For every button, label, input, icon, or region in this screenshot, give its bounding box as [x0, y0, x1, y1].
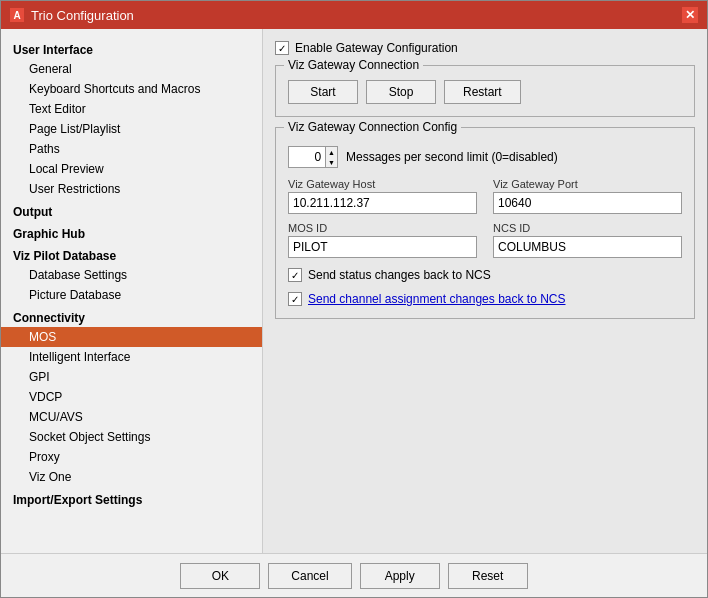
mos-id-label: MOS ID: [288, 222, 477, 234]
apply-button[interactable]: Apply: [360, 563, 440, 589]
sidebar-section-viz-pilot-database: Viz Pilot Database: [1, 243, 262, 265]
sidebar: User Interface General Keyboard Shortcut…: [1, 29, 263, 553]
enable-gateway-checkbox[interactable]: [275, 41, 289, 55]
main-panel: Enable Gateway Configuration Viz Gateway…: [263, 29, 707, 553]
app-icon: A: [9, 7, 25, 23]
mos-id-field-group: MOS ID: [288, 222, 477, 258]
sidebar-item-gpi[interactable]: GPI: [1, 367, 262, 387]
send-status-row: Send status changes back to NCS: [288, 268, 682, 282]
sidebar-item-vdcp[interactable]: VDCP: [1, 387, 262, 407]
sidebar-item-viz-one[interactable]: Viz One: [1, 467, 262, 487]
send-status-checkbox[interactable]: [288, 268, 302, 282]
start-button[interactable]: Start: [288, 80, 358, 104]
sidebar-section-connectivity: Connectivity: [1, 305, 262, 327]
sidebar-item-keyboard-shortcuts[interactable]: Keyboard Shortcuts and Macros: [1, 79, 262, 99]
stop-button[interactable]: Stop: [366, 80, 436, 104]
sidebar-item-mcu-avs[interactable]: MCU/AVS: [1, 407, 262, 427]
spinbox-arrows: ▲ ▼: [325, 147, 337, 167]
gateway-buttons: Start Stop Restart: [288, 80, 682, 104]
enable-gateway-row: Enable Gateway Configuration: [275, 41, 695, 55]
restart-button[interactable]: Restart: [444, 80, 521, 104]
window-title: Trio Configuration: [31, 8, 134, 23]
close-button[interactable]: ✕: [681, 6, 699, 24]
cancel-button[interactable]: Cancel: [268, 563, 351, 589]
sidebar-section-graphic-hub: Graphic Hub: [1, 221, 262, 243]
mos-id-input[interactable]: [288, 236, 477, 258]
gateway-connection-group: Viz Gateway Connection Start Stop Restar…: [275, 65, 695, 117]
bottom-bar: OK Cancel Apply Reset: [1, 553, 707, 597]
main-window: A Trio Configuration ✕ User Interface Ge…: [0, 0, 708, 598]
sidebar-section-output: Output: [1, 199, 262, 221]
ncs-id-label: NCS ID: [493, 222, 682, 234]
messages-row: 0 ▲ ▼ Messages per second limit (0=disab…: [288, 146, 682, 168]
title-bar: A Trio Configuration ✕: [1, 1, 707, 29]
content-area: User Interface General Keyboard Shortcut…: [1, 29, 707, 553]
port-field-group: Viz Gateway Port: [493, 178, 682, 214]
sidebar-item-mos[interactable]: MOS: [1, 327, 262, 347]
sidebar-item-paths[interactable]: Paths: [1, 139, 262, 159]
sidebar-item-general[interactable]: General: [1, 59, 262, 79]
ncs-id-field-group: NCS ID: [493, 222, 682, 258]
sidebar-section-import-export: Import/Export Settings: [1, 487, 262, 509]
fields-grid: Viz Gateway Host Viz Gateway Port MOS ID…: [288, 178, 682, 258]
messages-value: 0: [289, 148, 325, 166]
gateway-connection-title: Viz Gateway Connection: [284, 58, 423, 72]
title-bar-left: A Trio Configuration: [9, 7, 134, 23]
send-channel-label[interactable]: Send channel assignment changes back to …: [308, 292, 566, 306]
enable-gateway-label: Enable Gateway Configuration: [295, 41, 458, 55]
host-input[interactable]: [288, 192, 477, 214]
host-field-group: Viz Gateway Host: [288, 178, 477, 214]
messages-label: Messages per second limit (0=disabled): [346, 150, 558, 164]
port-label: Viz Gateway Port: [493, 178, 682, 190]
port-input[interactable]: [493, 192, 682, 214]
send-channel-row: Send channel assignment changes back to …: [288, 292, 682, 306]
ok-button[interactable]: OK: [180, 563, 260, 589]
spinbox-up-arrow[interactable]: ▲: [326, 147, 337, 157]
sidebar-item-text-editor[interactable]: Text Editor: [1, 99, 262, 119]
gateway-config-title: Viz Gateway Connection Config: [284, 120, 461, 134]
spinbox-down-arrow[interactable]: ▼: [326, 157, 337, 167]
sidebar-item-socket-object-settings[interactable]: Socket Object Settings: [1, 427, 262, 447]
sidebar-item-local-preview[interactable]: Local Preview: [1, 159, 262, 179]
sidebar-item-picture-database[interactable]: Picture Database: [1, 285, 262, 305]
ncs-id-input[interactable]: [493, 236, 682, 258]
send-channel-checkbox[interactable]: [288, 292, 302, 306]
host-label: Viz Gateway Host: [288, 178, 477, 190]
sidebar-section-user-interface: User Interface: [1, 37, 262, 59]
sidebar-item-user-restrictions[interactable]: User Restrictions: [1, 179, 262, 199]
send-status-label: Send status changes back to NCS: [308, 268, 491, 282]
sidebar-item-page-list[interactable]: Page List/Playlist: [1, 119, 262, 139]
gateway-config-group: Viz Gateway Connection Config 0 ▲ ▼ Mess…: [275, 127, 695, 319]
sidebar-item-database-settings[interactable]: Database Settings: [1, 265, 262, 285]
reset-button[interactable]: Reset: [448, 563, 528, 589]
sidebar-item-intelligent-interface[interactable]: Intelligent Interface: [1, 347, 262, 367]
sidebar-item-proxy[interactable]: Proxy: [1, 447, 262, 467]
messages-spinbox[interactable]: 0 ▲ ▼: [288, 146, 338, 168]
